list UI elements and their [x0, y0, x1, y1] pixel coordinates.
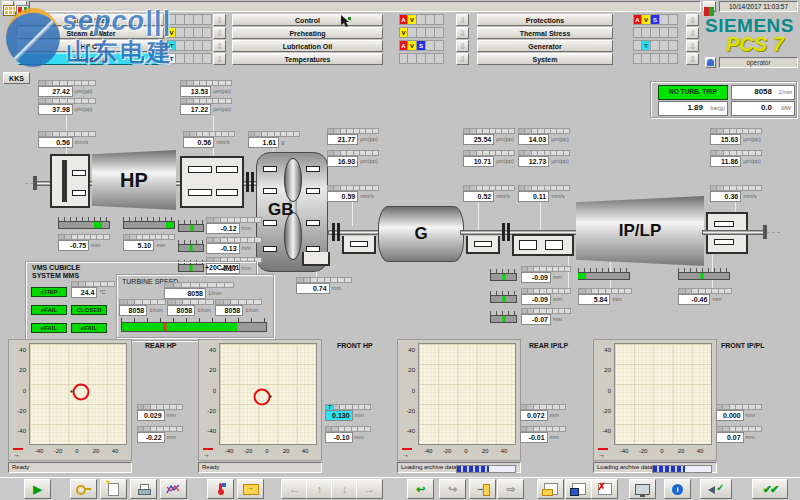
info-button[interactable]: i	[664, 479, 691, 499]
vms-temperature: 24.4°C	[71, 281, 115, 298]
arrow-down-icon: ↓	[342, 484, 348, 495]
meas-g-pos3: -0.07mm	[521, 308, 571, 325]
plot-status-bar: Loading archive data	[397, 462, 521, 473]
nav-down-button[interactable]: ↓	[331, 479, 358, 499]
orbit-plot-rear-hp: 40200-20-40 -40-2002040 →	[8, 339, 132, 461]
new-entry-button[interactable]	[100, 479, 127, 499]
menu-hp-oil[interactable]: HP Oil	[18, 40, 164, 52]
chevron-down-icon[interactable]: ⇩	[456, 53, 469, 65]
seal-bar	[62, 160, 67, 202]
gauge-iplp-expansion	[578, 268, 630, 280]
turbine-speed-main: 80581/min	[164, 282, 234, 299]
mouse-cursor	[341, 15, 352, 28]
meas-hp-front-vib2: 37.98µm(pp)	[38, 98, 96, 115]
badge-strip: AVS	[399, 40, 444, 51]
chevron-down-icon[interactable]: ⇩	[456, 27, 469, 39]
chevron-down-icon[interactable]: ⇩	[213, 27, 226, 39]
trend-icon	[166, 483, 181, 495]
chevron-down-icon[interactable]: ⇩	[686, 14, 699, 26]
chevron-down-icon[interactable]: ⇩	[213, 40, 226, 52]
step-out-button[interactable]: ⇒	[497, 479, 524, 499]
plot-area	[614, 343, 712, 445]
hp-rear-bearing[interactable]	[180, 156, 244, 208]
menu-temperatures[interactable]: Temperatures	[232, 53, 383, 65]
meas-gb-out-vib1: 21.77µm(pp)	[327, 128, 379, 145]
chevron-down-icon[interactable]: ⇩	[213, 14, 226, 26]
orbit-plot-front-hp: 40200-20-40 -40-2002040 →	[198, 339, 322, 461]
gearbox-label: GB	[268, 200, 294, 220]
nav-back-button[interactable]: ←	[281, 479, 308, 499]
open-folder-icon	[544, 483, 558, 495]
note-icon	[108, 483, 119, 496]
chevron-down-icon[interactable]: ⇩	[686, 53, 699, 65]
chevron-down-icon[interactable]: ⇩	[456, 40, 469, 52]
double-arrow-icon: ⇒	[506, 484, 515, 495]
open-archive-button[interactable]	[537, 479, 564, 499]
nav-forward-button[interactable]: →	[356, 479, 383, 499]
user-icon[interactable]	[705, 57, 716, 68]
generator[interactable]: G	[378, 206, 464, 262]
meas-iplp-axial: -0.46mm	[678, 288, 732, 305]
redo-button[interactable]: ↪	[439, 479, 466, 499]
hp-front-bearing[interactable]	[50, 154, 90, 208]
chevron-down-icon[interactable]: ⇩	[686, 27, 699, 39]
hp-turbine[interactable]: HP	[92, 150, 176, 210]
step-in-button[interactable]	[469, 479, 496, 499]
vms-fail-button-1[interactable]: eFAIL	[31, 305, 67, 315]
vms-strip-button[interactable]: sTRIP	[31, 287, 67, 297]
iplp-turbine[interactable]: IP/LP	[576, 196, 704, 266]
menu-lubrication-oil[interactable]: Lubrication Oil	[232, 40, 383, 52]
vms-closed-button[interactable]: CLOSED	[71, 305, 107, 315]
gb-lower-bearing[interactable]	[302, 252, 330, 266]
badge-strip	[167, 14, 212, 25]
delete-cross-icon	[598, 483, 612, 495]
alarm-status-button[interactable]	[703, 1, 716, 12]
kks-button[interactable]: KKS	[3, 72, 30, 84]
audio-acknowledge-button[interactable]	[700, 479, 732, 499]
vms-fail-button-3[interactable]: eFAIL	[71, 323, 107, 333]
alarm-button[interactable]	[15, 1, 27, 12]
meas-gb-out-vib2: 16.93µm(pp)	[327, 150, 379, 167]
operator-field[interactable]: operator	[719, 57, 798, 68]
meas-iplp-rear-vib1: 15.63µm(pp)	[710, 128, 762, 145]
acknowledge-all-button[interactable]: ✔✔	[752, 479, 788, 499]
project-button[interactable]	[2, 1, 14, 12]
save-archive-button[interactable]	[565, 479, 592, 499]
menu-system[interactable]: System	[477, 53, 613, 65]
chevron-down-icon[interactable]: ⇩	[213, 53, 226, 65]
meas-iplp-front-vib1: 14.03µm(pp)	[518, 128, 570, 145]
report-button[interactable]	[130, 479, 157, 499]
screen-button[interactable]	[629, 479, 656, 499]
trip-status-badge: NO TURB. TRIP	[658, 85, 728, 100]
vms-fail-button-2[interactable]: eFAIL	[31, 323, 67, 333]
menu-control[interactable]: Control	[232, 14, 383, 26]
menu-preheating[interactable]: Preheating	[232, 27, 383, 39]
orbit-plot-rear-iplp: 40200-20-40 -40-2002040 →	[397, 339, 521, 461]
temperature-button[interactable]	[207, 479, 234, 499]
menu-thermal-stress[interactable]: Thermal Stress	[477, 27, 613, 39]
pcs7-vibration-screen: 10/14/2017 11:03:57 Turbo Step ⇩ Control…	[0, 0, 800, 500]
menu-vibrations[interactable]: Vibrations	[18, 53, 164, 65]
nav-up-button[interactable]: ↑	[306, 479, 333, 499]
chevron-down-icon[interactable]: ⇩	[686, 40, 699, 52]
key-button[interactable]	[70, 479, 97, 499]
menu-generator[interactable]: Generator	[477, 40, 613, 52]
chevron-down-icon[interactable]: ⇩	[456, 14, 469, 26]
undo-button[interactable]: ↩	[407, 479, 434, 499]
gauge-iplp-axial	[678, 268, 730, 280]
delete-archive-button[interactable]	[591, 479, 618, 499]
meas-g-rear-vel: 0.52mm/s	[463, 185, 515, 202]
badge-strip	[633, 53, 678, 64]
menu-protections[interactable]: Protections	[477, 14, 613, 26]
menu-steam-water[interactable]: Steam & Water	[18, 27, 164, 39]
tail-shaft	[702, 230, 764, 235]
trace-legend-icon: →	[598, 447, 610, 456]
menu-turbo-step[interactable]: Turbo Step	[18, 14, 164, 26]
run-button[interactable]: ▶	[24, 479, 51, 499]
trace-legend-icon: →	[13, 447, 25, 456]
plot-value-2: 0.07mm	[716, 426, 762, 443]
archive-in-button[interactable]	[237, 479, 264, 499]
trend-button[interactable]	[160, 479, 187, 499]
gauge-hp-axial	[58, 217, 110, 229]
meas-iplp-front-vib2: 12.73µm(pp)	[518, 150, 570, 167]
